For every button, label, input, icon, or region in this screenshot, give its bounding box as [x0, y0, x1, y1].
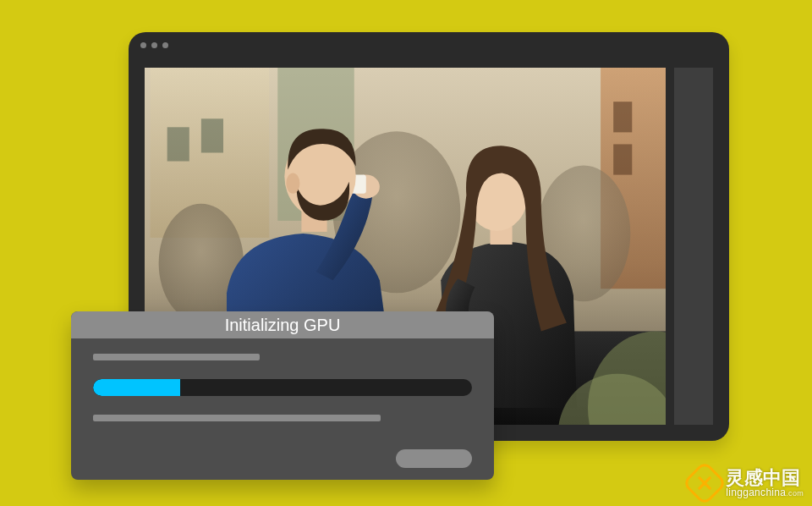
- watermark: 灵感中国 lingganchina.com: [689, 467, 804, 499]
- detail-line-placeholder: [93, 415, 381, 421]
- svg-rect-7: [613, 144, 632, 174]
- window-control-dot[interactable]: [162, 42, 168, 48]
- watermark-logo-icon: [682, 460, 727, 506]
- status-line-placeholder: [93, 354, 260, 360]
- window-control-dot[interactable]: [140, 42, 146, 48]
- dialog-titlebar: Initializing GPU: [71, 311, 494, 338]
- watermark-sub-text: lingganchina.com: [726, 487, 804, 498]
- progress-bar: [93, 379, 472, 396]
- svg-point-17: [286, 173, 299, 194]
- dialog-footer: [93, 449, 472, 468]
- initializing-dialog: Initializing GPU: [71, 311, 494, 480]
- svg-rect-6: [613, 102, 632, 132]
- progress-fill: [93, 379, 180, 396]
- titlebar: [129, 32, 729, 58]
- dialog-title: Initializing GPU: [225, 316, 341, 335]
- window-control-dot[interactable]: [151, 42, 157, 48]
- dialog-body: [71, 338, 494, 480]
- watermark-main-text: 灵感中国: [726, 469, 804, 487]
- svg-rect-4: [167, 127, 189, 161]
- svg-rect-5: [201, 118, 223, 152]
- dialog-action-button[interactable]: [396, 449, 472, 468]
- side-panel[interactable]: [674, 68, 713, 425]
